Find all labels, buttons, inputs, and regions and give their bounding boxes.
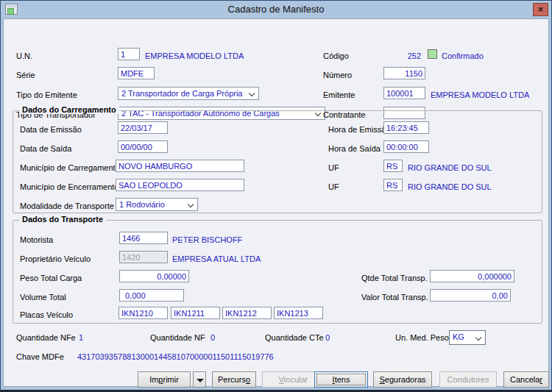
hora-emissao-field[interactable]: [383, 121, 429, 134]
motorista-label: Motorista: [20, 235, 53, 244]
tipo-emitente-label: Tipo do Emitente: [16, 90, 77, 99]
peso-total-field[interactable]: [119, 270, 189, 282]
municipio-encerramento-label: Município de Encerramento: [20, 182, 119, 191]
un-description: EMPRESA MODELO LTDA: [145, 51, 244, 60]
uf-encerramento-field[interactable]: [383, 179, 403, 191]
proprietario-label: Proprietário Veículo: [20, 254, 91, 263]
valor-total-field[interactable]: [430, 289, 511, 302]
tipo-emitente-select[interactable]: 2 Transportador de Carga Própria: [118, 87, 259, 100]
modalidade-select[interactable]: 1 Rodoviário: [116, 198, 198, 211]
uf-carregamento-field[interactable]: [383, 160, 403, 172]
volume-total-label: Volume Total: [20, 293, 66, 302]
qtde-total-field[interactable]: [430, 270, 514, 282]
qtd-nfe-value: 1: [79, 333, 83, 342]
data-saida-field[interactable]: [118, 140, 168, 153]
qtd-nf-value: 0: [210, 333, 215, 342]
chevron-down-icon: [249, 90, 255, 96]
transporte-group-title: Dados do Transporte: [19, 215, 106, 224]
placa-2-field[interactable]: [171, 307, 220, 319]
codigo-value: 252: [372, 51, 421, 60]
triangle-down-icon: [197, 379, 204, 382]
volume-total-field[interactable]: [119, 289, 184, 302]
numero-field[interactable]: [383, 67, 425, 79]
chevron-down-icon: [475, 335, 481, 341]
data-emissao-field[interactable]: [118, 121, 168, 134]
emitente-label: Emitente: [323, 90, 355, 99]
qtd-nf-label: Quantidade NF: [150, 333, 205, 342]
seguradoras-button[interactable]: Seguradoras: [373, 371, 432, 388]
modalidade-value: 1 Rodoviário: [119, 200, 165, 209]
placa-3-field[interactable]: [222, 307, 272, 319]
data-emissao-label: Data de Emissão: [20, 125, 82, 134]
carregamento-group-title: Dados do Carregamento: [19, 105, 119, 114]
hora-saida-field[interactable]: [383, 140, 429, 153]
proprietario-field: [119, 251, 168, 263]
motorista-description: PETER BISCHOFF: [172, 235, 242, 244]
peso-total-label: Peso Total Carga: [20, 274, 82, 282]
placas-label: Placas Veículo: [20, 310, 73, 319]
chevron-down-icon: [188, 202, 194, 207]
un-field[interactable]: [118, 48, 140, 60]
qtd-nfe-label: Quantidade NFe: [16, 333, 76, 342]
data-saida-label: Data de Saída: [20, 144, 71, 153]
numero-label: Número: [323, 71, 352, 79]
valor-total-label: Valor Total Transp.: [361, 293, 428, 302]
percurso-button[interactable]: Percurso: [212, 371, 256, 388]
imprimir-dropdown-button[interactable]: [193, 371, 206, 388]
titlebar: Cadastro de Manifesto ×: [1, 1, 551, 18]
un-label: U.N.: [16, 51, 32, 60]
un-med-peso-select[interactable]: KG: [449, 330, 486, 345]
qtd-cte-value: 0: [325, 333, 330, 342]
placa-4-field[interactable]: [274, 307, 323, 319]
qtde-total-label: Qtde Total Transp.: [361, 274, 428, 282]
dialog-content: U.N. EMPRESA MODELO LTDA Código 252 Conf…: [3, 18, 549, 387]
manifest-dialog-window: Cadastro de Manifesto × U.N. EMPRESA MOD…: [0, 0, 552, 392]
motorista-field[interactable]: [119, 232, 168, 244]
emitente-description: EMPRESA MODELO LTDA: [431, 90, 529, 99]
municipio-encerramento-field[interactable]: [116, 179, 244, 191]
hora-emissao-label: Hora de Emissão: [328, 125, 390, 134]
confirmado-status: Confirmado: [442, 51, 484, 60]
emitente-field[interactable]: [383, 87, 425, 99]
cancelar-button[interactable]: Cancelar: [503, 371, 549, 388]
confirmado-checkbox[interactable]: [428, 49, 437, 59]
uf-carregamento-description: RIO GRANDE DO SUL: [408, 163, 492, 172]
hora-saida-label: Hora de Saída: [328, 144, 381, 153]
modalidade-label: Modalidade de Transporte: [20, 202, 114, 210]
tipo-emitente-value: 2 Transportador de Carga Própria: [121, 89, 242, 98]
serie-label: Série: [16, 71, 35, 79]
uf-encerramento-label: UF: [328, 182, 339, 191]
placa-1-field[interactable]: [118, 307, 168, 319]
municipio-carregamento-field[interactable]: [116, 160, 244, 172]
codigo-label: Código: [323, 51, 349, 60]
un-med-peso-label: Un. Med. Peso: [395, 333, 449, 342]
qtd-cte-label: Quantidade CTe: [265, 333, 324, 342]
uf-carregamento-label: UF: [328, 163, 339, 172]
close-icon[interactable]: ×: [533, 3, 548, 16]
condutores-button: Condutores: [439, 371, 497, 388]
municipio-carregamento-label: Município de Carregamento: [20, 163, 120, 172]
proprietario-description: EMPRESA ATUAL LTDA: [172, 254, 261, 263]
serie-field[interactable]: [118, 67, 155, 79]
chave-mdfe-label: Chave MDFe: [16, 352, 64, 361]
chave-mdfe-value: 4317039357881300014458107000001150111501…: [77, 352, 274, 361]
uf-encerramento-description: RIO GRANDE DO SUL: [408, 182, 492, 191]
carregamento-groupbox: Dados do Carregamento: [13, 110, 542, 213]
window-title: Cadastro de Manifesto: [1, 4, 551, 15]
imprimir-button[interactable]: Imprimir: [138, 371, 191, 388]
itens-button[interactable]: Itens: [314, 371, 368, 388]
un-med-peso-value: KG: [453, 332, 464, 341]
